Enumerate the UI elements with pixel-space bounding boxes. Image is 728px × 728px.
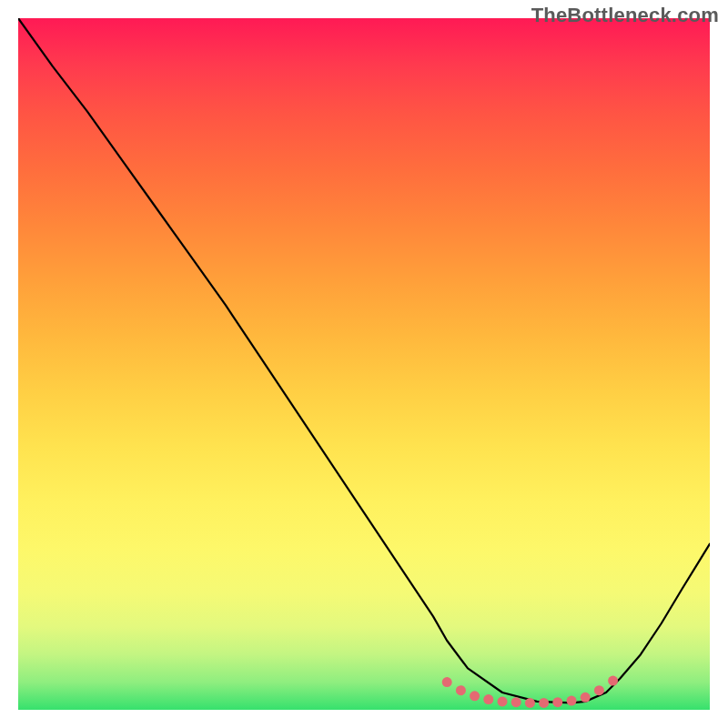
floor-marker-dot <box>483 694 493 704</box>
bottleneck-curve-path <box>18 18 710 703</box>
floor-marker-dot <box>470 691 480 701</box>
floor-marker-dot <box>567 696 577 706</box>
plot-area <box>18 18 710 710</box>
floor-marker-dot <box>608 676 618 686</box>
chart-svg <box>18 18 710 710</box>
floor-marker-dot <box>594 685 604 695</box>
floor-marker-dot <box>442 677 452 687</box>
floor-marker-dot <box>511 697 521 707</box>
watermark-text: TheBottleneck.com <box>531 4 719 27</box>
floor-marker-dot <box>498 696 508 706</box>
floor-marker-dot <box>539 698 549 708</box>
floor-markers-group <box>442 676 618 708</box>
floor-marker-dot <box>552 697 562 707</box>
floor-marker-dot <box>525 698 535 708</box>
floor-marker-dot <box>456 685 466 695</box>
bottleneck-chart: TheBottleneck.com <box>0 0 728 728</box>
floor-marker-dot <box>581 693 591 703</box>
